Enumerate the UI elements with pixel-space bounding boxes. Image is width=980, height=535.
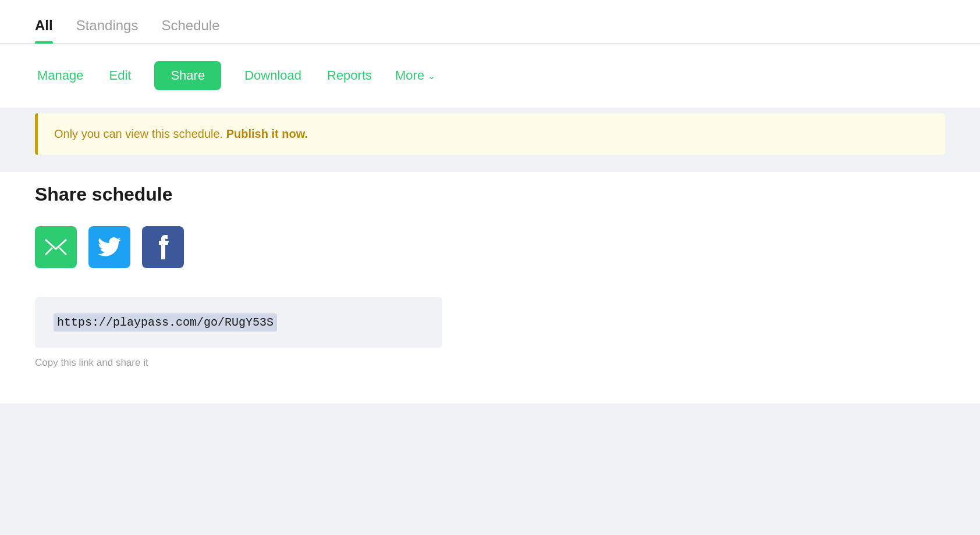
tabs-container: All Standings Schedule xyxy=(0,0,980,44)
edit-button[interactable]: Edit xyxy=(107,63,134,88)
tab-schedule[interactable]: Schedule xyxy=(161,17,219,43)
share-url[interactable]: https://playpass.com/go/RUgY53S xyxy=(54,313,277,331)
more-label: More xyxy=(395,68,424,83)
notice-main-text: Only you can view this schedule. xyxy=(54,127,223,140)
facebook-icon xyxy=(156,234,170,260)
download-button[interactable]: Download xyxy=(242,63,304,88)
tab-all[interactable]: All xyxy=(35,17,53,43)
action-toolbar: Manage Edit Share Download Reports More … xyxy=(0,44,980,108)
content-area: Share schedule xyxy=(0,172,980,404)
twitter-icon xyxy=(98,237,121,257)
url-container: https://playpass.com/go/RUgY53S xyxy=(35,297,442,348)
reports-button[interactable]: Reports xyxy=(325,63,374,88)
facebook-share-button[interactable] xyxy=(142,226,184,268)
copy-hint-text: Copy this link and share it xyxy=(35,357,945,369)
email-icon xyxy=(44,238,68,256)
share-button[interactable]: Share xyxy=(154,61,221,90)
notice-text: Only you can view this schedule. Publish… xyxy=(54,127,308,140)
share-schedule-title: Share schedule xyxy=(35,184,945,205)
email-share-button[interactable] xyxy=(35,226,77,268)
tab-standings[interactable]: Standings xyxy=(76,17,139,43)
page-container: All Standings Schedule Manage Edit Share… xyxy=(0,0,980,404)
twitter-share-button[interactable] xyxy=(88,226,130,268)
chevron-down-icon: ⌄ xyxy=(428,70,435,81)
more-button[interactable]: More ⌄ xyxy=(395,68,435,83)
notice-banner: Only you can view this schedule. Publish… xyxy=(35,113,945,155)
social-icons xyxy=(35,226,945,268)
publish-link[interactable]: Publish it now. xyxy=(226,127,308,140)
manage-button[interactable]: Manage xyxy=(35,63,86,88)
